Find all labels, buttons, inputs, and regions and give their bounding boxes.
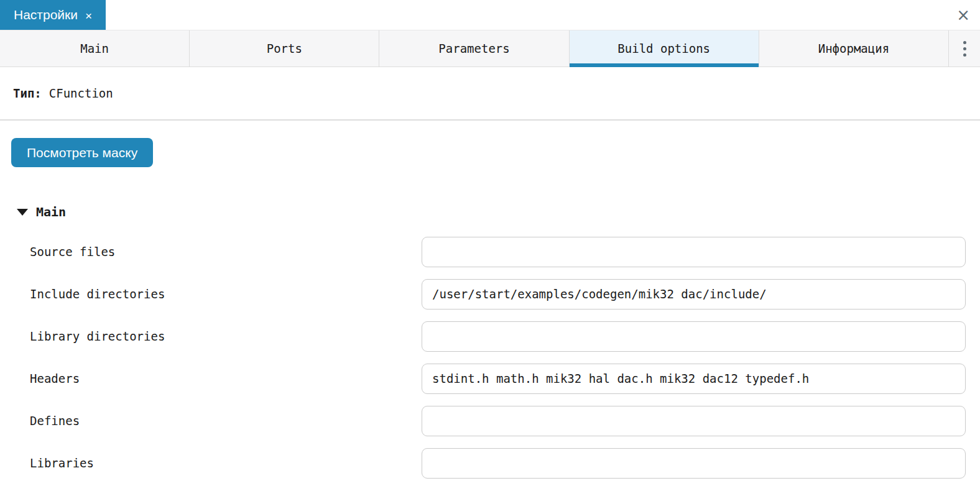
kebab-menu-icon — [963, 41, 966, 57]
field-row-include-directories: Include directories — [0, 273, 980, 315]
field-row-libraries: Libraries — [0, 442, 980, 484]
field-input[interactable] — [422, 364, 966, 394]
view-mask-button[interactable]: Посмотреть маску — [11, 138, 153, 167]
document-tab-close-icon[interactable]: × — [85, 9, 92, 22]
tab-main[interactable]: Main — [0, 30, 190, 66]
build-options-fields: Source files Include directories Library… — [0, 231, 980, 484]
field-label: Libraries — [30, 456, 422, 470]
field-row-headers: Headers — [0, 357, 980, 400]
field-row-library-directories: Library directories — [0, 315, 980, 357]
tab-информация[interactable]: Информация — [759, 30, 949, 66]
tab-build-options[interactable]: Build options — [570, 30, 759, 66]
tab-label: Parameters — [438, 42, 509, 55]
field-input[interactable] — [422, 321, 966, 352]
field-label: Library directories — [30, 329, 422, 343]
field-input[interactable] — [422, 406, 966, 436]
section-title: Main — [36, 204, 66, 219]
section-header-main[interactable]: Main — [17, 204, 980, 219]
type-label: Тип: — [13, 86, 42, 100]
field-label: Headers — [30, 372, 422, 385]
panel-close-icon[interactable]: × — [956, 7, 970, 23]
tab-label: Main — [80, 42, 109, 55]
field-row-source-files: Source files — [0, 231, 980, 273]
tab-label: Информация — [818, 42, 889, 55]
field-row-defines: Defines — [0, 400, 980, 442]
document-tab-title: Настройки — [14, 7, 78, 22]
tab-overflow-menu[interactable] — [949, 30, 980, 66]
field-input[interactable] — [422, 448, 966, 479]
type-value: CFunction — [49, 86, 113, 100]
tab-ports[interactable]: Ports — [190, 30, 379, 66]
field-input[interactable] — [422, 279, 966, 309]
type-row: Тип: CFunction — [0, 67, 980, 121]
tab-bar: Main Ports Parameters Build options Инфо… — [0, 30, 980, 67]
tab-parameters[interactable]: Parameters — [379, 30, 569, 66]
tab-label: Ports — [267, 42, 302, 55]
tab-label: Build options — [617, 42, 710, 55]
field-label: Source files — [30, 245, 422, 259]
document-tab-strip: Настройки × × — [0, 0, 980, 30]
document-tab-settings[interactable]: Настройки × — [0, 0, 106, 30]
field-label: Defines — [30, 414, 422, 428]
chevron-down-icon — [17, 209, 28, 216]
field-label: Include directories — [30, 287, 422, 301]
field-input[interactable] — [422, 237, 966, 267]
